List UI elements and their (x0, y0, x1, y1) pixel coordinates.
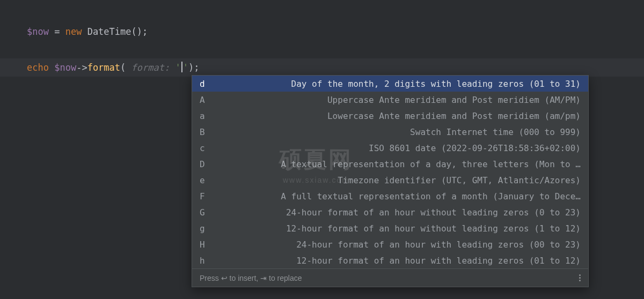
code-editor[interactable]: $now = new DateTime(); echo $now->format… (0, 0, 644, 77)
autocomplete-item-desc: Swatch Internet time (000 to 999) (214, 127, 581, 137)
autocomplete-item-key: B (200, 127, 214, 137)
autocomplete-item-desc: Uppercase Ante meridiem and Post meridie… (214, 95, 581, 105)
autocomplete-item-desc: 12-hour format of an hour with leading z… (214, 256, 581, 266)
token-class: DateTime (87, 26, 131, 37)
autocomplete-item[interactable]: AUppercase Ante meridiem and Post meridi… (192, 92, 588, 108)
autocomplete-item[interactable]: h12-hour format of an hour with leading … (192, 252, 588, 268)
token-operator: = (49, 26, 65, 37)
autocomplete-item-key: g (200, 223, 214, 234)
autocomplete-item-desc: 24-hour format of an hour with leading z… (214, 240, 581, 250)
more-icon[interactable] (577, 272, 583, 283)
autocomplete-item[interactable]: dDay of the month, 2 digits with leading… (192, 76, 588, 92)
token-space (49, 62, 54, 73)
autocomplete-item-key: G (200, 207, 214, 218)
autocomplete-item[interactable]: H24-hour format of an hour with leading … (192, 236, 588, 252)
token-variable: $now (54, 62, 76, 73)
token-method: format (87, 62, 120, 73)
autocomplete-item-key: F (200, 191, 214, 201)
autocomplete-item-key: c (200, 143, 214, 153)
autocomplete-item-desc: ISO 8601 date (2022-09-26T18:58:36+02:00… (214, 143, 581, 153)
token-string-open: ' (175, 62, 180, 73)
token-parens: () (131, 26, 142, 37)
token-paren-open: ( (120, 62, 126, 73)
autocomplete-item-desc: 24-hour format of an hour without leadin… (214, 207, 581, 218)
token-paren-close: ) (188, 62, 194, 73)
autocomplete-item-desc: A full textual representation of a month… (214, 191, 581, 201)
autocomplete-list[interactable]: dDay of the month, 2 digits with leading… (192, 76, 588, 268)
autocomplete-item-key: e (200, 175, 214, 185)
autocomplete-item-desc: A textual representation of a day, three… (214, 159, 581, 169)
autocomplete-item[interactable]: G24-hour format of an hour without leadi… (192, 204, 588, 220)
autocomplete-footer: Press ↩ to insert, ⇥ to replace (192, 268, 588, 287)
token-space (82, 26, 87, 37)
token-echo: echo (27, 62, 49, 73)
autocomplete-item[interactable]: g12-hour format of an hour without leadi… (192, 220, 588, 236)
autocomplete-item-desc: Timezone identifier (UTC, GMT, Atlantic/… (214, 175, 581, 185)
token-arrow: -> (76, 62, 87, 73)
autocomplete-item-key: H (200, 240, 214, 250)
autocomplete-item[interactable]: BSwatch Internet time (000 to 999) (192, 124, 588, 140)
token-variable: $now (27, 26, 49, 37)
code-line-current[interactable]: echo $now->format( format: ''); (0, 58, 644, 77)
autocomplete-item-key: A (200, 95, 214, 105)
autocomplete-popup[interactable]: dDay of the month, 2 digits with leading… (192, 75, 589, 287)
token-string-close: ' (183, 62, 188, 73)
autocomplete-item-key: h (200, 256, 214, 266)
parameter-hint: format: (126, 62, 175, 73)
autocomplete-item-desc: Lowercase Ante meridiem and Post meridie… (214, 111, 581, 121)
autocomplete-item[interactable]: aLowercase Ante meridiem and Post meridi… (192, 108, 588, 124)
text-caret (181, 62, 182, 72)
code-line[interactable]: $now = new DateTime(); (27, 24, 644, 40)
autocomplete-item-desc: Day of the month, 2 digits with leading … (214, 79, 581, 89)
autocomplete-item[interactable]: eTimezone identifier (UTC, GMT, Atlantic… (192, 172, 588, 188)
autocomplete-item-key: D (200, 159, 214, 169)
token-semicolon: ; (194, 62, 199, 73)
autocomplete-hint-text: Press ↩ to insert, ⇥ to replace (200, 274, 302, 282)
autocomplete-item-desc: 12-hour format of an hour without leadin… (214, 223, 581, 234)
autocomplete-item[interactable]: DA textual representation of a day, thre… (192, 156, 588, 172)
autocomplete-item[interactable]: FA full textual representation of a mont… (192, 188, 588, 204)
token-semicolon: ; (142, 26, 148, 37)
token-keyword: new (65, 26, 82, 37)
autocomplete-item-key: d (200, 79, 214, 89)
autocomplete-item[interactable]: cISO 8601 date (2022-09-26T18:58:36+02:0… (192, 140, 588, 156)
autocomplete-item-key: a (200, 111, 214, 121)
